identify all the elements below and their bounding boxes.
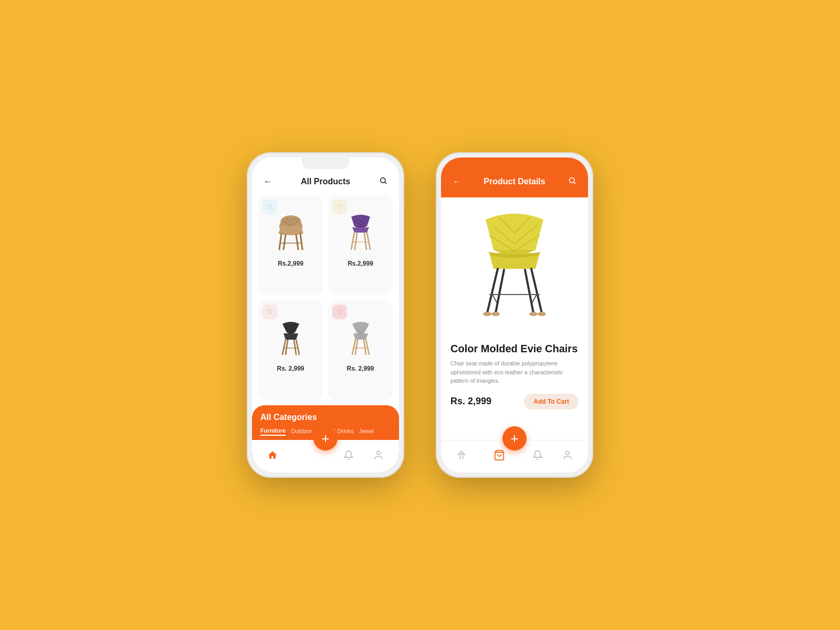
- product-image-yellow-chair: [457, 208, 572, 323]
- product-price-3: Rs. 2,999: [277, 365, 304, 372]
- price-cart-row: Rs. 2,999 Add To Cart: [450, 394, 579, 410]
- svg-line-6: [574, 182, 575, 184]
- right-phone: ← Product Details: [436, 152, 593, 478]
- category-furniture[interactable]: Furniture: [260, 426, 286, 436]
- product-price-4: Rs. 2,999: [346, 365, 374, 372]
- svg-line-1: [385, 182, 386, 184]
- product-name: Color Molded Evie Chairs: [450, 342, 579, 355]
- product-price-2: Rs.2,999: [348, 260, 373, 267]
- fab-button-left[interactable]: +: [313, 426, 338, 450]
- product-details-title: Product Details: [484, 177, 545, 186]
- svg-point-8: [538, 312, 546, 316]
- svg-point-12: [566, 452, 570, 455]
- product-card-1[interactable]: ♡: [258, 195, 323, 295]
- home-nav-right[interactable]: [456, 450, 467, 463]
- product-card-4[interactable]: ♡ Rs. 2,999: [328, 300, 393, 400]
- notch-left: [302, 158, 349, 169]
- product-card-3[interactable]: ♡ Rs. 2,999: [258, 300, 323, 400]
- left-phone: ← All Products ♡: [247, 152, 404, 478]
- svg-point-5: [570, 178, 574, 183]
- chair-image-4: [337, 315, 384, 360]
- user-nav-right[interactable]: [562, 450, 573, 463]
- search-button-left[interactable]: [377, 174, 390, 189]
- home-nav-left[interactable]: [267, 450, 278, 463]
- product-grid: ♡: [252, 195, 399, 405]
- notch-right: [491, 158, 538, 169]
- chair-image-3: [267, 315, 314, 360]
- categories-title: All Categories: [260, 413, 391, 422]
- detail-price: Rs. 2,999: [450, 396, 491, 407]
- wishlist-btn-3[interactable]: ♡: [262, 304, 277, 319]
- product-card-2[interactable]: ♡: [328, 195, 393, 295]
- chair-image-2: [337, 210, 384, 255]
- product-price-1: Rs.2,999: [278, 260, 303, 267]
- bell-nav-left[interactable]: [343, 450, 354, 463]
- back-button-right[interactable]: ←: [450, 175, 463, 188]
- category-outdoor[interactable]: Outdoor: [291, 426, 312, 436]
- svg-point-9: [491, 312, 500, 316]
- all-products-title: All Products: [301, 177, 350, 186]
- user-nav-left[interactable]: [373, 450, 384, 463]
- svg-point-7: [483, 312, 491, 316]
- category-jewel[interactable]: Jewel: [359, 426, 374, 436]
- svg-point-4: [377, 451, 381, 455]
- chair-image-1: [267, 210, 314, 255]
- product-image-area: [441, 197, 588, 334]
- svg-point-0: [381, 178, 385, 183]
- svg-point-10: [529, 312, 538, 316]
- bell-nav-right[interactable]: [532, 450, 543, 463]
- wishlist-btn-2[interactable]: ♡: [332, 200, 347, 214]
- wishlist-btn-4[interactable]: ♡: [332, 304, 347, 319]
- add-to-cart-button[interactable]: Add To Cart: [524, 394, 579, 410]
- wishlist-btn-1[interactable]: ♡: [262, 200, 277, 214]
- search-button-right[interactable]: [566, 174, 579, 189]
- fab-button-right[interactable]: +: [502, 426, 527, 450]
- cart-nav-right[interactable]: [486, 449, 512, 464]
- back-button-left[interactable]: ←: [261, 175, 274, 188]
- product-description: Chair seat made of durable polypropylene…: [450, 359, 579, 385]
